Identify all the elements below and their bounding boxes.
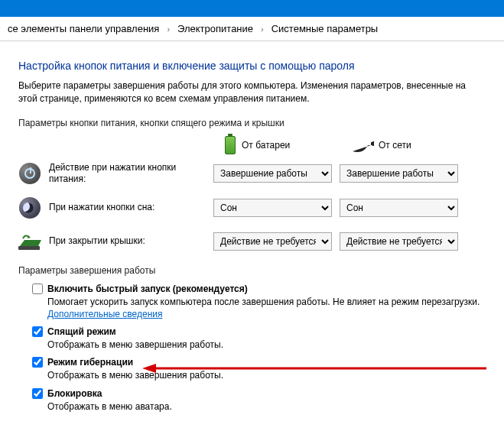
- svg-marker-0: [20, 240, 41, 246]
- lock-label: Блокировка: [47, 388, 102, 399]
- lock-row: Блокировка: [32, 388, 486, 399]
- svg-rect-1: [18, 246, 40, 250]
- row-power-button: Действие при нажатии кнопки питания: Зав…: [18, 162, 486, 186]
- fast-startup-row: Включить быстрый запуск (рекомендуется): [32, 284, 486, 294]
- sleep-button-battery-select[interactable]: Сон: [213, 199, 332, 217]
- sleep-desc: Отображать в меню завершения работы.: [47, 339, 486, 351]
- hibernate-checkbox[interactable]: [32, 357, 43, 368]
- page-title: Настройка кнопок питания и включение защ…: [18, 60, 486, 72]
- power-button-icon: [18, 162, 41, 185]
- row-label-sleep-button: При нажатии кнопки сна:: [49, 202, 213, 214]
- lock-desc: Отображать в меню аватара.: [47, 400, 486, 413]
- hibernate-desc: Отображать в меню завершения работы.: [47, 369, 486, 381]
- column-header-battery: От батареи: [225, 136, 343, 154]
- breadcrumb-item[interactable]: Системные параметры: [272, 23, 378, 34]
- power-button-settings: От батареи От сети Действие при нажатии …: [18, 136, 486, 253]
- column-label-ac: От сети: [379, 140, 411, 151]
- content-area: Настройка кнопок питания и включение защ…: [0, 41, 504, 413]
- sleep-button-icon: [18, 196, 41, 219]
- lid-icon: [18, 230, 41, 253]
- fast-startup-desc: Помогает ускорить запуск компьютера посл…: [47, 296, 486, 320]
- breadcrumb: се элементы панели управления › Электроп…: [0, 17, 504, 41]
- hibernate-label: Режим гибернации: [47, 357, 133, 368]
- battery-icon: [225, 136, 236, 154]
- sleep-label: Спящий режим: [47, 326, 116, 337]
- lid-battery-select[interactable]: Действие не требуется: [213, 232, 332, 251]
- sleep-row: Спящий режим: [32, 326, 486, 337]
- row-lid-close: При закрытии крышки: Действие не требует…: [18, 230, 486, 253]
- hibernate-row: Режим гибернации: [32, 357, 486, 368]
- sleep-checkbox[interactable]: [32, 326, 43, 337]
- page-subtitle: Выберите параметры завершения работы для…: [18, 79, 486, 105]
- plug-icon: [351, 139, 372, 151]
- power-button-battery-select[interactable]: Завершение работы: [213, 164, 332, 183]
- lid-ac-select[interactable]: Действие не требуется: [340, 232, 458, 251]
- row-label-power-button: Действие при нажатии кнопки питания:: [49, 162, 213, 186]
- power-button-ac-select[interactable]: Завершение работы: [340, 164, 458, 183]
- section-heading-buttons: Параметры кнопки питания, кнопки спящего…: [18, 118, 486, 128]
- breadcrumb-item[interactable]: се элементы панели управления: [8, 23, 159, 34]
- sleep-button-ac-select[interactable]: Сон: [340, 199, 458, 217]
- chevron-right-icon: ›: [261, 24, 264, 34]
- fast-startup-label: Включить быстрый запуск (рекомендуется): [47, 284, 248, 294]
- fast-startup-checkbox[interactable]: [32, 284, 43, 294]
- column-label-battery: От батареи: [242, 140, 290, 151]
- row-sleep-button: При нажатии кнопки сна: Сон Сон: [18, 196, 486, 219]
- breadcrumb-item[interactable]: Электропитание: [177, 23, 253, 34]
- row-label-lid: При закрытии крышки:: [49, 235, 213, 248]
- shutdown-settings-section: Параметры завершения работы Включить быс…: [18, 265, 486, 413]
- lock-checkbox[interactable]: [32, 388, 43, 399]
- chevron-right-icon: ›: [167, 24, 170, 34]
- window-titlebar: [0, 0, 504, 17]
- more-info-link[interactable]: Дополнительные сведения: [47, 309, 162, 319]
- column-header-ac: От сети: [351, 139, 470, 151]
- section-heading-shutdown: Параметры завершения работы: [18, 265, 486, 276]
